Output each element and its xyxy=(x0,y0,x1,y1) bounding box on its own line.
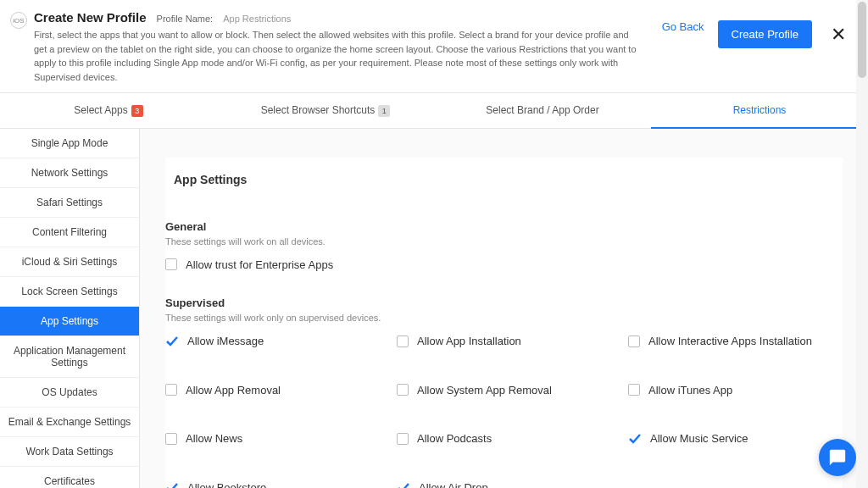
window-scrollbar[interactable] xyxy=(856,0,868,488)
tab-label: Select Browser Shortcuts xyxy=(261,104,376,116)
content-area: App Settings General These settings will… xyxy=(140,129,868,488)
supervised-section: Supervised These settings will work only… xyxy=(165,297,843,488)
sidebar-item-email-exchange-settings[interactable]: Email & Exchange Settings xyxy=(0,408,139,437)
check-label: Allow Bookstore xyxy=(187,481,266,488)
profile-name-label: Profile Name: xyxy=(157,14,214,24)
checkbox[interactable] xyxy=(165,384,177,396)
checkbox[interactable] xyxy=(397,433,409,445)
app-settings-panel: App Settings General These settings will… xyxy=(165,158,843,488)
general-section-title: General xyxy=(165,220,843,233)
tab-select-apps[interactable]: Select Apps3 xyxy=(0,93,217,128)
tab-label: Restrictions xyxy=(733,104,787,116)
tab-label: Select Apps xyxy=(74,104,127,116)
check-row-allow-app-removal[interactable]: Allow App Removal xyxy=(165,384,380,396)
supervised-grid: Allow iMessageAllow App InstallationAllo… xyxy=(165,335,843,488)
general-section: General These settings will work on all … xyxy=(165,220,843,271)
sidebar-item-safari-settings[interactable]: Safari Settings xyxy=(0,188,139,218)
check-row-allow-music-service[interactable]: Allow Music Service xyxy=(628,432,843,446)
sidebar-item-content-filtering[interactable]: Content Filtering xyxy=(0,218,139,247)
sidebar-item-network-settings[interactable]: Network Settings xyxy=(0,158,139,188)
check-row-allow-news[interactable]: Allow News xyxy=(165,432,380,446)
check-label: Allow App Removal xyxy=(186,384,281,396)
check-label: Allow App Installation xyxy=(417,335,521,347)
checkmark-icon[interactable] xyxy=(165,481,179,488)
check-row-allow-app-installation[interactable]: Allow App Installation xyxy=(397,335,611,348)
create-profile-button[interactable]: Create Profile xyxy=(718,20,812,48)
chat-bubble-button[interactable] xyxy=(819,439,856,476)
tab-label: Select Brand / App Order xyxy=(486,104,598,116)
check-row-allow-trust-for-enterprise-apps[interactable]: Allow trust for Enterprise Apps xyxy=(165,258,843,271)
tab-bar: Select Apps3Select Browser Shortcuts1Sel… xyxy=(0,93,868,129)
close-icon[interactable]: ✕ xyxy=(826,20,851,49)
tab-select-browser-shortcuts[interactable]: Select Browser Shortcuts1 xyxy=(217,93,434,128)
checkbox[interactable] xyxy=(628,336,640,347)
check-label: Allow trust for Enterprise Apps xyxy=(186,258,333,271)
header-left: Create New Profile Profile Name: App Res… xyxy=(34,10,662,84)
sidebar-item-work-data-settings[interactable]: Work Data Settings xyxy=(0,437,139,467)
title-row: Create New Profile Profile Name: App Res… xyxy=(34,10,662,25)
sidebar-item-icloud-siri-settings[interactable]: iCloud & Siri Settings xyxy=(0,247,139,277)
scrollbar-thumb[interactable] xyxy=(858,2,866,78)
check-row-allow-itunes-app[interactable]: Allow iTunes App xyxy=(628,384,843,396)
header: iOS Create New Profile Profile Name: App… xyxy=(0,0,868,93)
tab-select-brand-app-order[interactable]: Select Brand / App Order xyxy=(434,93,651,128)
checkbox[interactable] xyxy=(165,433,177,445)
page-title: Create New Profile xyxy=(34,10,147,25)
sidebar: Single App ModeNetwork SettingsSafari Se… xyxy=(0,129,140,488)
sidebar-item-certificates[interactable]: Certificates xyxy=(0,467,139,488)
checkbox[interactable] xyxy=(628,384,640,396)
tab-badge: 3 xyxy=(131,105,143,117)
check-label: Allow Music Service xyxy=(650,432,748,445)
check-row-allow-podcasts[interactable]: Allow Podcasts xyxy=(397,432,611,446)
panel-title: App Settings xyxy=(165,173,843,186)
sidebar-item-application-management-settings[interactable]: Application Management Settings xyxy=(0,336,139,378)
check-label: Allow System App Removal xyxy=(417,384,552,396)
check-row-allow-system-app-removal[interactable]: Allow System App Removal xyxy=(397,384,611,396)
ios-badge: iOS xyxy=(10,12,27,29)
sidebar-item-lock-screen-settings[interactable]: Lock Screen Settings xyxy=(0,277,139,307)
header-description: First, select the apps that you want to … xyxy=(34,28,644,84)
supervised-section-sub: These settings will work only on supervi… xyxy=(165,313,843,323)
tab-badge: 1 xyxy=(378,105,390,117)
general-section-sub: These settings will work on all devices. xyxy=(165,236,843,247)
header-actions: Go Back Create Profile ✕ xyxy=(662,20,851,84)
check-label: Allow Interactive Apps Installation xyxy=(648,335,812,347)
sidebar-item-app-settings[interactable]: App Settings xyxy=(0,307,139,336)
checkbox[interactable] xyxy=(165,258,177,270)
sidebar-item-os-updates[interactable]: OS Updates xyxy=(0,378,139,408)
checkmark-icon[interactable] xyxy=(628,432,642,446)
check-row-allow-air-drop[interactable]: Allow Air Drop xyxy=(397,481,611,488)
check-row-allow-interactive-apps-installation[interactable]: Allow Interactive Apps Installation xyxy=(628,335,843,348)
check-label: Allow Podcasts xyxy=(417,432,492,445)
check-row-allow-imessage[interactable]: Allow iMessage xyxy=(165,335,380,348)
profile-name-value: App Restrictions xyxy=(223,14,291,24)
checkmark-icon[interactable] xyxy=(397,481,410,488)
check-label: Allow iTunes App xyxy=(648,384,732,396)
chat-icon xyxy=(828,448,847,467)
check-label: Allow iMessage xyxy=(187,335,264,347)
sidebar-item-single-app-mode[interactable]: Single App Mode xyxy=(0,129,139,158)
checkmark-icon[interactable] xyxy=(165,335,179,348)
check-row-allow-bookstore[interactable]: Allow Bookstore xyxy=(165,481,380,488)
checkbox[interactable] xyxy=(397,336,409,347)
supervised-section-title: Supervised xyxy=(165,297,843,309)
check-label: Allow News xyxy=(186,432,242,445)
body: Single App ModeNetwork SettingsSafari Se… xyxy=(0,129,868,488)
check-label: Allow Air Drop xyxy=(419,481,488,488)
go-back-link[interactable]: Go Back xyxy=(662,20,704,33)
checkbox[interactable] xyxy=(397,384,409,396)
tab-restrictions[interactable]: Restrictions xyxy=(651,93,868,128)
